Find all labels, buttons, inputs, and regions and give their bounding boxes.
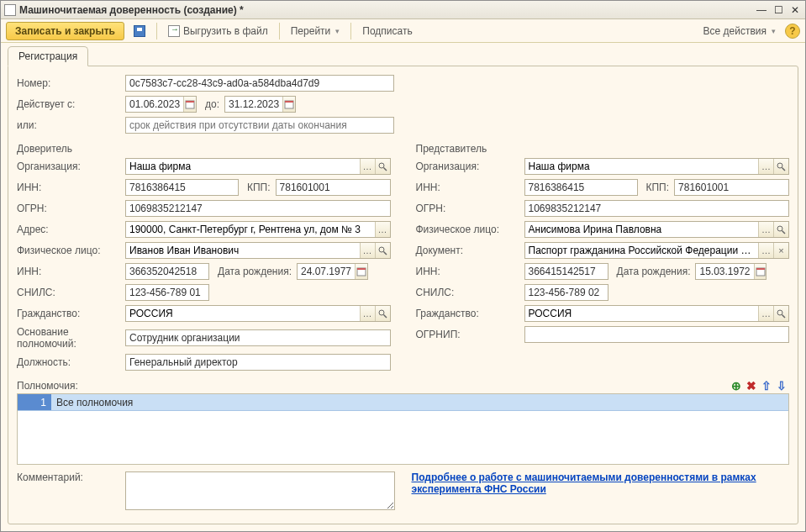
- delete-row-button[interactable]: ✖: [744, 378, 759, 393]
- tab-registration[interactable]: Регистрация: [8, 46, 88, 66]
- go-to-label: Перейти: [291, 25, 331, 37]
- move-down-button[interactable]: ⇩: [774, 378, 789, 393]
- sign-button[interactable]: Подписать: [356, 22, 418, 40]
- principal-citizenship-label: Гражданство:: [17, 308, 125, 319]
- ellipsis-icon[interactable]: …: [758, 159, 773, 174]
- fns-experiment-link[interactable]: Подробнее о работе с машиночитаемыми дов…: [412, 471, 756, 495]
- rep-kpp-input[interactable]: [674, 179, 789, 196]
- ellipsis-icon[interactable]: …: [758, 222, 773, 237]
- representative-section-title: Представитель: [416, 143, 790, 155]
- maximize-button[interactable]: ☐: [772, 4, 785, 16]
- add-row-button[interactable]: ⊕: [729, 378, 744, 393]
- close-button[interactable]: ✕: [788, 4, 802, 16]
- save-button[interactable]: [128, 22, 151, 40]
- authority-basis-input[interactable]: [125, 329, 391, 346]
- move-up-button[interactable]: ⇧: [759, 378, 774, 393]
- calendar-icon[interactable]: [183, 97, 196, 112]
- row-number: 1: [18, 394, 51, 410]
- svg-point-10: [379, 310, 384, 315]
- rep-snils-input[interactable]: [524, 284, 608, 301]
- authority-basis-label: Основание полномочий:: [17, 326, 125, 350]
- ellipsis-icon[interactable]: …: [758, 306, 773, 321]
- titlebar: Машиночитаемая доверенность (создание) *…: [1, 1, 805, 19]
- export-label: Выгрузить в файл: [183, 25, 268, 37]
- help-button[interactable]: ?: [785, 24, 800, 39]
- table-row[interactable]: 1 Все полномочия: [18, 394, 788, 411]
- go-to-menu[interactable]: Перейти ▾: [285, 22, 346, 40]
- valid-from-label: Действует с:: [17, 98, 125, 110]
- principal-inn-label: ИНН:: [17, 182, 125, 193]
- application-window: Машиночитаемая доверенность (создание) *…: [0, 0, 806, 532]
- magnifier-icon[interactable]: [773, 159, 788, 174]
- export-to-file-button[interactable]: Выгрузить в файл: [162, 22, 274, 40]
- rep-person-combo[interactable]: …: [524, 221, 790, 238]
- principal-section-title: Доверитель: [17, 143, 391, 155]
- svg-line-15: [782, 230, 786, 234]
- minimize-button[interactable]: —: [755, 4, 768, 16]
- principal-ogrn-input[interactable]: [125, 200, 391, 217]
- calendar-icon[interactable]: [754, 264, 766, 279]
- rep-bdate-label: Дата рождения:: [617, 266, 691, 277]
- ellipsis-icon[interactable]: …: [360, 159, 375, 174]
- svg-line-19: [782, 314, 786, 318]
- chevron-down-icon: ▾: [772, 27, 776, 35]
- magnifier-icon[interactable]: [773, 222, 788, 237]
- magnifier-icon[interactable]: [375, 306, 390, 321]
- rep-organization-combo[interactable]: …: [524, 158, 790, 175]
- principal-organization-combo[interactable]: …: [125, 158, 391, 175]
- comment-textarea[interactable]: [125, 471, 395, 510]
- ellipsis-icon[interactable]: …: [758, 243, 773, 258]
- clear-icon[interactable]: ×: [773, 243, 788, 258]
- powers-label: Полномочия:: [17, 380, 78, 392]
- powers-grid[interactable]: 1 Все полномочия: [17, 393, 789, 465]
- rep-ogrnip-input[interactable]: [524, 326, 790, 343]
- principal-birth-date[interactable]: 24.07.1977: [297, 263, 368, 280]
- number-input[interactable]: [125, 75, 394, 92]
- principal-snils-label: СНИЛС:: [17, 287, 125, 298]
- to-label: до:: [205, 98, 219, 110]
- ellipsis-icon[interactable]: …: [360, 243, 375, 258]
- ellipsis-icon[interactable]: …: [360, 306, 375, 321]
- principal-person-combo[interactable]: …: [125, 242, 391, 259]
- disk-icon: [134, 25, 145, 37]
- svg-line-11: [383, 314, 387, 318]
- calendar-icon[interactable]: [282, 97, 295, 112]
- rep-citizenship-combo[interactable]: …: [524, 305, 790, 322]
- svg-rect-3: [285, 101, 293, 103]
- principal-address-combo[interactable]: …: [125, 221, 391, 238]
- svg-rect-1: [186, 101, 194, 103]
- principal-bdate-label: Дата рождения:: [218, 266, 292, 277]
- svg-line-5: [383, 167, 387, 171]
- principal-person-label: Физическое лицо:: [17, 245, 125, 256]
- principal-inn-input[interactable]: [125, 179, 239, 196]
- toolbar: Записать и закрыть Выгрузить в файл Пере…: [1, 19, 805, 43]
- principal-person-inn-label: ИНН:: [17, 266, 125, 277]
- magnifier-icon[interactable]: [375, 243, 390, 258]
- valid-from-date[interactable]: 01.06.2023: [125, 96, 197, 113]
- principal-snils-input[interactable]: [125, 284, 209, 301]
- rep-document-combo[interactable]: … ×: [524, 242, 790, 259]
- principal-citizenship-combo[interactable]: …: [125, 305, 391, 322]
- svg-point-18: [777, 310, 782, 315]
- rep-person-inn-input[interactable]: [524, 263, 608, 280]
- ellipsis-icon[interactable]: …: [375, 222, 390, 237]
- sign-label: Подписать: [362, 25, 412, 37]
- rep-inn-input[interactable]: [524, 179, 638, 196]
- position-input[interactable]: [125, 354, 391, 371]
- chevron-down-icon: ▾: [335, 27, 340, 35]
- magnifier-icon[interactable]: [773, 306, 788, 321]
- calendar-icon[interactable]: [355, 264, 367, 279]
- or-input[interactable]: [125, 117, 394, 134]
- all-actions-menu[interactable]: Все действия ▾: [698, 22, 782, 40]
- magnifier-icon[interactable]: [375, 159, 390, 174]
- principal-person-inn-input[interactable]: [125, 263, 209, 280]
- valid-to-date[interactable]: 31.12.2023: [224, 96, 296, 113]
- save-and-close-button[interactable]: Записать и закрыть: [6, 22, 124, 40]
- svg-point-14: [777, 226, 782, 231]
- number-label: Номер:: [17, 77, 125, 89]
- rep-kpp-label: КПП:: [646, 182, 670, 193]
- principal-kpp-input[interactable]: [276, 179, 391, 196]
- rep-ogrn-input[interactable]: [524, 200, 790, 217]
- rep-birth-date[interactable]: 15.03.1972: [695, 263, 766, 280]
- rep-snils-label: СНИЛС:: [416, 287, 524, 298]
